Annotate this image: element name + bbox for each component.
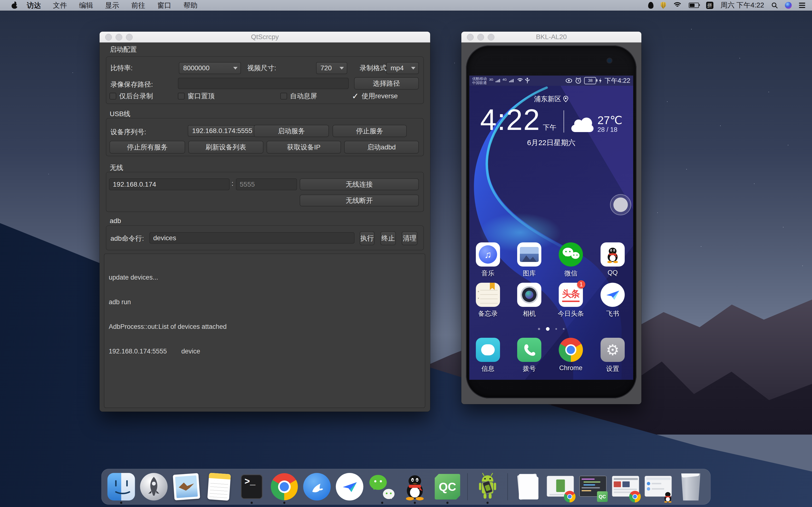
dock-qtcreator[interactable]: QC (433, 472, 462, 501)
phone-window-titlebar[interactable]: BKL-AL20 (461, 32, 642, 43)
menu-item-finder[interactable]: 访达 (21, 0, 47, 11)
refresh-devices-button[interactable]: 刷新设备列表 (188, 141, 263, 154)
wechat-small-bubble (383, 489, 395, 499)
adb-clear-button[interactable]: 清理 (402, 231, 418, 245)
dock-trash[interactable] (677, 472, 705, 501)
siri-icon[interactable] (785, 2, 792, 9)
dock-notes[interactable] (205, 472, 234, 501)
wireless-port-input[interactable] (236, 178, 297, 190)
toutiao-icon: 头条 1 (559, 283, 583, 307)
rocket-icon (146, 476, 162, 498)
record-path-label: 录像保存路径: (110, 80, 153, 89)
dock-document-stack[interactable] (514, 472, 542, 501)
dock-feishu[interactable] (336, 472, 364, 501)
dock-mail[interactable] (172, 472, 201, 501)
zoom-button[interactable] (488, 34, 495, 41)
page-dot (555, 328, 557, 330)
assistive-touch-button[interactable] (613, 198, 628, 212)
dock-blue-seal-app[interactable] (303, 472, 331, 501)
minimize-button[interactable] (477, 34, 484, 41)
zoom-button[interactable] (126, 34, 133, 41)
clock-weather-widget[interactable]: 浦东新区 4:22 下午 27℃ 28 / 18 6月22 (469, 95, 633, 148)
page-dot-active (546, 327, 550, 331)
checkbox-box (178, 93, 185, 100)
widget-high-low: 28 / 18 (597, 126, 622, 133)
menu-item-go[interactable]: 前往 (125, 0, 151, 11)
menu-item-view[interactable]: 显示 (99, 0, 125, 11)
notification-center-icon[interactable] (799, 3, 805, 8)
dock-finder[interactable] (107, 472, 136, 501)
dock-minimized-window-chrome-2[interactable] (611, 472, 640, 501)
checkbox-label: 自动息屏 (290, 92, 317, 101)
app-wechat[interactable]: 微信 (550, 242, 591, 278)
app-camera[interactable]: 相机 (509, 283, 550, 318)
app-memo[interactable]: 备忘录 (469, 283, 508, 318)
app-settings[interactable]: ⚙ 设置 (592, 338, 633, 373)
menu-item-help[interactable]: 帮助 (177, 0, 203, 11)
wireless-connect-button[interactable]: 无线连接 (300, 178, 419, 190)
qq-penguin-icon[interactable] (648, 2, 654, 9)
dock-minimized-window-qq[interactable] (644, 472, 672, 501)
stop-all-services-button[interactable]: 停止所有服务 (109, 141, 185, 154)
app-label: 今日头条 (550, 309, 591, 318)
apple-menu-icon[interactable] (12, 2, 17, 9)
menu-item-window[interactable]: 窗口 (151, 0, 177, 11)
input-method-icon[interactable]: 拼 (706, 2, 713, 9)
stop-service-button[interactable]: 停止服务 (333, 125, 407, 137)
adb-stop-button[interactable]: 终止 (380, 231, 396, 245)
app-qq[interactable]: QQ (592, 242, 633, 276)
dock-qtscrcpy[interactable] (473, 472, 502, 501)
wireless-disconnect-button[interactable]: 无线断开 (300, 194, 419, 207)
adb-log-output[interactable]: update devices... adb run AdbProcess::ou… (104, 253, 425, 408)
adb-run-button[interactable]: 执行 (360, 231, 374, 245)
security-shield-icon[interactable] (661, 2, 666, 9)
app-messages[interactable]: 信息 (469, 338, 508, 373)
dock-minimized-window-qtcreator[interactable]: QC (579, 472, 607, 501)
get-device-ip-button[interactable]: 获取设备IP (266, 141, 341, 154)
battery-icon[interactable] (689, 3, 699, 8)
record-path-input[interactable] (178, 78, 349, 89)
dock-qq[interactable] (401, 472, 429, 501)
app-gallery[interactable]: 图库 (509, 242, 550, 278)
checkbox-auto-screen-off[interactable]: 自动息屏 (280, 92, 317, 100)
dock-minimized-window-chrome[interactable] (546, 472, 575, 501)
choose-path-button[interactable]: 选择路径 (354, 77, 419, 90)
menu-item-file[interactable]: 文件 (47, 0, 73, 11)
close-button[interactable] (467, 34, 474, 41)
app-feishu[interactable]: 飞书 (592, 283, 633, 318)
start-service-button[interactable]: 启动服务 (254, 125, 329, 137)
app-music[interactable]: ♫ 音乐 (469, 242, 508, 278)
close-button[interactable] (105, 34, 112, 41)
mail-icon (173, 473, 200, 500)
app-dialer[interactable]: 拨号 (509, 338, 550, 373)
format-select[interactable]: mp4 (386, 62, 419, 74)
phone-screen[interactable]: 优酷移动 中国联通 3G 4G (469, 75, 633, 380)
app-chrome[interactable]: Chrome (550, 338, 591, 372)
dock-chrome[interactable] (270, 472, 299, 501)
adb-cmd-input[interactable] (149, 232, 355, 243)
dock-wechat[interactable] (368, 472, 397, 501)
video-size-select[interactable]: 720 (316, 62, 347, 74)
menu-item-edit[interactable]: 编辑 (73, 0, 99, 11)
wireless-ip-input[interactable] (109, 178, 230, 190)
widget-divider (564, 110, 564, 132)
spotlight-search-icon[interactable] (771, 2, 778, 8)
android-robot-icon (473, 472, 502, 501)
group-wireless: : 无线连接 无线断开 (106, 172, 424, 212)
app-toutiao[interactable]: 头条 1 今日头条 (550, 283, 591, 318)
menu-bar-clock[interactable]: 周六 下午4:22 (721, 0, 764, 10)
wifi-icon[interactable] (673, 2, 681, 8)
dock-terminal[interactable]: >_ (238, 472, 266, 501)
qtscrcpy-titlebar[interactable]: QtScrcpy (100, 32, 430, 43)
bitrate-select[interactable]: 8000000 (179, 62, 241, 74)
dock-launchpad[interactable] (140, 472, 168, 501)
qq-icon (601, 242, 625, 267)
checkbox-window-on-top[interactable]: 窗口置顶 (178, 92, 215, 100)
minimize-button[interactable] (115, 34, 122, 41)
desktop: 访达 文件 编辑 显示 前往 窗口 帮助 拼 周六 下午4:22 (0, 0, 812, 507)
start-adbd-button[interactable]: 启动adbd (344, 141, 419, 154)
checkbox-background-record[interactable]: 仅后台录制 (109, 92, 153, 100)
device-serial-select[interactable]: 192.168.0.174:5555 (188, 125, 262, 137)
checkbox-use-reverse[interactable]: ✓ 使用reverse (352, 92, 398, 100)
widget-temperature: 27℃ (597, 114, 622, 126)
